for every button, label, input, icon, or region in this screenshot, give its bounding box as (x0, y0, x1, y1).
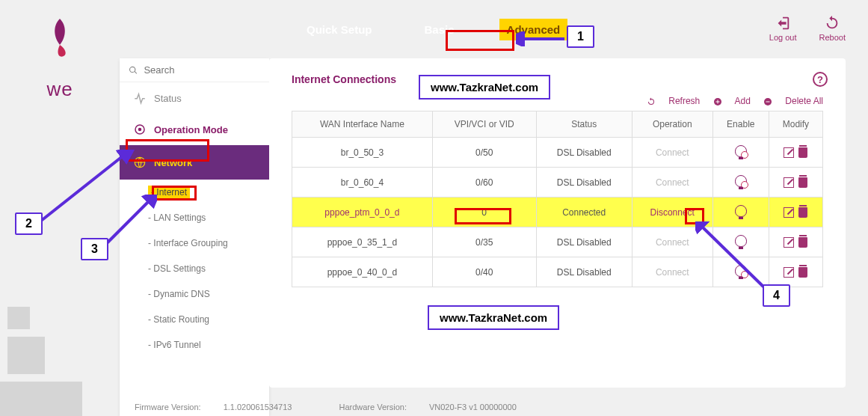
cell-status: Connected (536, 198, 632, 227)
sidebar-item-label: Status (154, 93, 182, 104)
plus-icon (713, 97, 722, 106)
cell-vpi: 0 (432, 198, 536, 227)
action-label: Refresh (668, 96, 700, 106)
cell-enable[interactable] (712, 168, 769, 198)
trash-icon[interactable] (798, 267, 807, 278)
sidebar-sub-ddns[interactable]: - Dynamic DNS (120, 281, 269, 307)
footer: Firmware Version:1.1.020061534713 Hardwa… (135, 403, 561, 412)
sidebar-sub-static-routing[interactable]: - Static Routing (120, 307, 269, 332)
callout-4: 4 (763, 284, 790, 307)
cell-modify (769, 168, 822, 198)
search-icon (129, 65, 138, 76)
panel-actions: Refresh Add Delete All (292, 96, 823, 106)
sidebar-item-network[interactable]: Network (120, 145, 269, 180)
sidebar-item-label: Network (154, 157, 192, 168)
cell-vpi: 0/35 (432, 227, 536, 257)
edit-icon[interactable] (784, 147, 794, 158)
cell-vpi: 0/50 (432, 138, 536, 168)
sidebar-item-operation-mode[interactable]: Operation Mode (120, 114, 269, 145)
svg-line-8 (701, 226, 764, 287)
brand-text: we (0, 78, 120, 101)
trash-icon[interactable] (798, 207, 807, 218)
sidebar-sub-label: - Interface Grouping (148, 238, 228, 248)
reboot-button[interactable]: Reboot (819, 15, 846, 42)
globe-icon (133, 156, 147, 169)
help-icon[interactable]: ? (813, 72, 828, 87)
action-label: Add (735, 96, 751, 106)
cell-modify (769, 227, 822, 257)
action-label: Delete All (785, 96, 823, 106)
trash-icon[interactable] (798, 177, 807, 188)
tab-basic[interactable]: Basic (417, 19, 462, 40)
cell-name: pppoe_0_40_0_d (292, 257, 433, 287)
cell-vpi: 0/40 (432, 257, 536, 287)
sidebar-sub-label: - Dynamic DNS (148, 289, 210, 299)
col-operation: Operation (632, 111, 712, 138)
sidebar-sub-dsl[interactable]: - DSL Settings (120, 256, 269, 281)
sidebar-sub-ipv6-tunnel[interactable]: - IPv6 Tunnel (120, 332, 269, 358)
sidebar-sub-label: - DSL Settings (148, 263, 206, 274)
cell-status: DSL Disabled (536, 257, 632, 287)
reboot-icon (824, 15, 840, 31)
trash-icon[interactable] (798, 237, 807, 248)
search-box[interactable] (120, 58, 269, 82)
sidebar-item-status[interactable]: Status (120, 82, 269, 114)
fw-value: 1.1.020061534713 (224, 403, 292, 412)
bulb-icon[interactable] (735, 175, 747, 187)
hw-value: VN020-F3 v1 00000000 (429, 403, 517, 412)
cell-operation[interactable]: Connect (632, 138, 712, 168)
watermark-top: www.TazkraNet.com (419, 75, 550, 100)
refresh-button[interactable]: Refresh (647, 96, 700, 106)
search-input[interactable] (144, 64, 260, 76)
col-status: Status (536, 111, 632, 138)
logout-icon (775, 15, 791, 31)
bulb-icon[interactable] (735, 205, 747, 217)
edit-icon[interactable] (784, 267, 794, 278)
minus-icon (763, 97, 772, 106)
cell-modify (769, 138, 822, 168)
cell-modify (769, 257, 822, 287)
cell-name: br_0_50_3 (292, 138, 433, 168)
edit-icon[interactable] (784, 207, 794, 218)
table-row: br_0_60_40/60DSL DisabledConnect (292, 168, 823, 198)
callout-2: 2 (15, 212, 43, 235)
bulb-icon[interactable] (735, 145, 747, 157)
cell-name: pppoe_0_35_1_d (292, 227, 433, 257)
refresh-icon (647, 97, 656, 106)
arrow-1 (516, 31, 568, 46)
col-name: WAN Interface Name (292, 111, 433, 138)
cell-name: pppoe_ptm_0_0_d (292, 198, 433, 227)
fw-label: Firmware Version: (135, 403, 201, 412)
reboot-label: Reboot (819, 33, 846, 42)
cell-name: br_0_60_4 (292, 168, 433, 198)
col-vpi: VPI/VCI or VID (432, 111, 536, 138)
delete-all-button[interactable]: Delete All (763, 96, 823, 106)
panel-title: Internet Connections (292, 73, 823, 85)
logout-label: Log out (769, 33, 797, 42)
watermark-bottom: www.TazkraNet.com (428, 305, 559, 330)
arrow-3 (101, 195, 157, 251)
col-enable: Enable (712, 111, 769, 138)
edit-icon[interactable] (784, 237, 794, 248)
callout-3: 3 (81, 238, 108, 260)
sidebar-sub-label: - IPv6 Tunnel (148, 340, 201, 350)
cell-status: DSL Disabled (536, 138, 632, 168)
sidebar-item-label: Operation Mode (154, 124, 228, 135)
table-row: br_0_50_30/50DSL DisabledConnect (292, 138, 823, 168)
arrow-4 (695, 221, 770, 293)
logout-button[interactable]: Log out (769, 15, 797, 42)
col-modify: Modify (769, 111, 822, 138)
target-icon (133, 123, 147, 136)
trash-icon[interactable] (798, 147, 807, 158)
cell-enable[interactable] (712, 138, 769, 168)
edit-icon[interactable] (784, 177, 794, 188)
add-button[interactable]: Add (713, 96, 751, 106)
tab-quick-setup[interactable]: Quick Setup (299, 19, 380, 40)
cell-status: DSL Disabled (536, 227, 632, 257)
cell-status: DSL Disabled (536, 168, 632, 198)
svg-point-1 (138, 128, 142, 132)
cell-vpi: 0/60 (432, 168, 536, 198)
hw-label: Hardware Version: (339, 403, 407, 412)
cell-operation[interactable]: Connect (632, 168, 712, 198)
status-icon (133, 91, 147, 105)
